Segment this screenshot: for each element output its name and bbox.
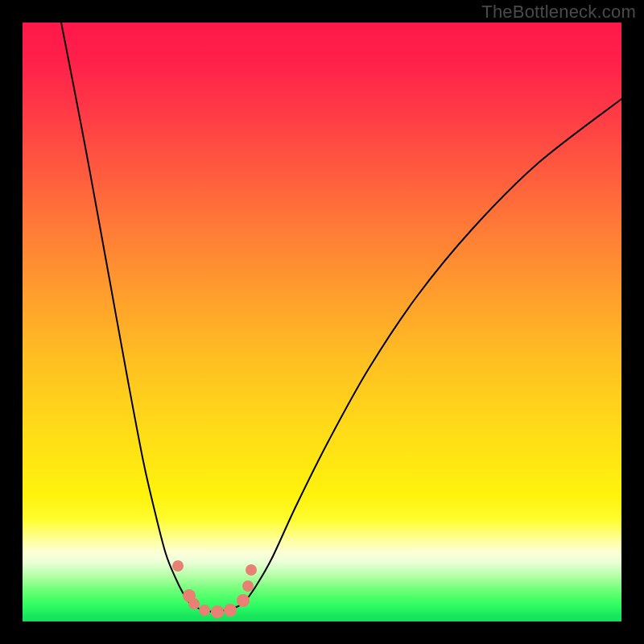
data-marker xyxy=(188,598,200,609)
curve-path xyxy=(61,23,621,612)
watermark-text: TheBottleneck.com xyxy=(481,2,636,23)
data-marker xyxy=(211,605,224,618)
bottleneck-curve xyxy=(61,23,621,612)
data-marker xyxy=(242,580,254,592)
chart-frame: TheBottleneck.com xyxy=(0,0,644,644)
data-marker xyxy=(172,560,184,572)
plot-area xyxy=(23,23,621,621)
data-markers xyxy=(172,560,257,618)
data-marker xyxy=(224,604,237,617)
data-marker xyxy=(237,594,250,607)
chart-svg-layer xyxy=(23,23,621,621)
data-marker xyxy=(199,605,210,616)
data-marker xyxy=(246,564,257,576)
